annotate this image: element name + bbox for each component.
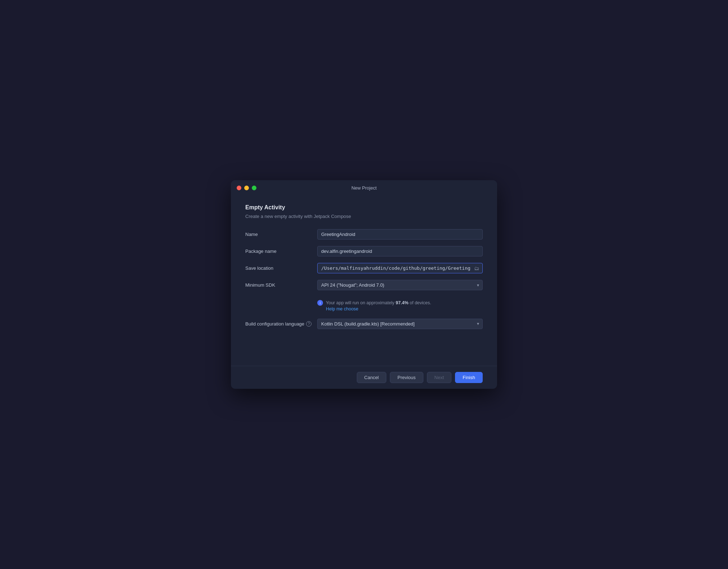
build-config-label: Build configuration language ? (245, 321, 317, 327)
maximize-button[interactable] (252, 186, 256, 190)
window-title: New Project (351, 185, 377, 191)
minimum-sdk-select[interactable]: API 24 ("Nougat"; Android 7.0) (317, 280, 483, 290)
traffic-lights (237, 186, 256, 190)
save-location-input[interactable] (317, 263, 483, 273)
minimum-sdk-select-wrapper: API 24 ("Nougat"; Android 7.0) ▾ (317, 280, 483, 290)
build-config-select-wrapper: Kotlin DSL (build.gradle.kts) [Recommend… (317, 319, 483, 329)
sdk-info-text: Your app will run on approximately 97.4%… (326, 300, 431, 306)
minimum-sdk-field-group: Minimum SDK API 24 ("Nougat"; Android 7.… (245, 280, 483, 290)
package-name-input[interactable] (317, 246, 483, 256)
build-config-field-group: Build configuration language ? Kotlin DS… (245, 319, 483, 329)
build-config-help-icon[interactable]: ? (306, 321, 311, 327)
cancel-button[interactable]: Cancel (357, 372, 386, 383)
save-location-wrapper: 🗂 (317, 263, 483, 273)
page-title: Empty Activity (245, 204, 483, 211)
new-project-dialog: New Project Empty Activity Create a new … (231, 180, 497, 389)
minimum-sdk-label: Minimum SDK (245, 282, 317, 288)
package-name-field-group: Package name (245, 246, 483, 256)
package-name-label: Package name (245, 249, 317, 254)
sdk-info-text-block: Your app will run on approximately 97.4%… (326, 300, 431, 311)
content-area: Empty Activity Create a new empty activi… (231, 196, 497, 366)
save-location-field-group: Save location 🗂 (245, 263, 483, 273)
folder-icon[interactable]: 🗂 (474, 265, 479, 271)
build-config-select[interactable]: Kotlin DSL (build.gradle.kts) [Recommend… (317, 319, 483, 329)
name-field-group: Name (245, 229, 483, 240)
info-icon: i (317, 300, 323, 306)
next-button[interactable]: Next (427, 372, 452, 383)
titlebar: New Project (231, 180, 497, 196)
name-label: Name (245, 232, 317, 237)
footer: Cancel Previous Next Finish (231, 366, 497, 389)
previous-button[interactable]: Previous (390, 372, 423, 383)
name-input[interactable] (317, 229, 483, 240)
sdk-info-section: i Your app will run on approximately 97.… (317, 300, 483, 311)
save-location-label: Save location (245, 265, 317, 271)
finish-button[interactable]: Finish (455, 372, 483, 383)
help-me-choose-link[interactable]: Help me choose (326, 306, 431, 311)
close-button[interactable] (237, 186, 241, 190)
minimize-button[interactable] (244, 186, 249, 190)
page-subtitle: Create a new empty activity with Jetpack… (245, 214, 483, 219)
sdk-percentage: 97.4% (396, 300, 408, 305)
